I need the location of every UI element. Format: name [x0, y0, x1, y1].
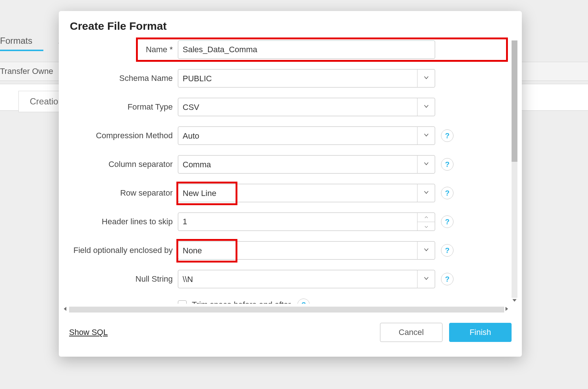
- label-trim-space: Trim space before and after: [192, 300, 291, 304]
- null-string-help-button[interactable]: ?: [441, 273, 453, 285]
- svg-marker-2: [506, 307, 508, 311]
- name-input[interactable]: [178, 40, 435, 59]
- null-string-dropdown-button[interactable]: [417, 270, 435, 288]
- enclosed-by-select[interactable]: None: [178, 241, 435, 260]
- chevron-down-icon: [423, 189, 430, 197]
- label-schema: Schema Name: [59, 74, 178, 83]
- header-skip-help-button[interactable]: ?: [441, 215, 453, 228]
- row-separator-dropdown-button[interactable]: [417, 184, 435, 202]
- enclosed-by-dropdown-button[interactable]: [417, 241, 435, 260]
- compression-help-button[interactable]: ?: [441, 129, 453, 142]
- row-separator-select[interactable]: New Line: [178, 184, 435, 202]
- chevron-down-icon: [423, 275, 430, 283]
- enclosed-by-help-button[interactable]: ?: [441, 244, 453, 257]
- row-trim-space: Trim space before and after ?: [178, 299, 508, 304]
- triangle-right-icon: [505, 306, 509, 313]
- row-null-string: Null String \\N ?: [59, 270, 508, 288]
- modal-title: Create File Format: [59, 11, 522, 37]
- label-format-type: Format Type: [59, 102, 178, 112]
- row-name: Name *: [59, 40, 508, 59]
- vertical-scrollbar-thumb[interactable]: [512, 40, 517, 162]
- chevron-down-icon: [423, 160, 430, 168]
- label-null-string: Null String: [59, 274, 178, 284]
- tab-formats[interactable]: Formats: [0, 32, 43, 51]
- column-separator-dropdown-button[interactable]: [417, 155, 435, 174]
- null-string-select[interactable]: \\N: [178, 270, 435, 288]
- horizontal-scrollbar-right-button[interactable]: [503, 306, 511, 314]
- column-separator-help-button[interactable]: ?: [441, 158, 453, 171]
- label-name: Name *: [59, 45, 178, 54]
- cancel-button[interactable]: Cancel: [380, 323, 442, 342]
- header-skip-spinner: [417, 213, 435, 231]
- row-format-type: Format Type CSV: [59, 98, 508, 116]
- trim-space-help-button[interactable]: ?: [297, 299, 310, 304]
- finish-button[interactable]: Finish: [449, 323, 512, 342]
- row-header-skip: Header lines to skip ?: [59, 213, 508, 231]
- triangle-left-icon: [63, 306, 67, 313]
- triangle-down-icon: [512, 297, 517, 304]
- chevron-down-icon: [423, 132, 430, 140]
- svg-marker-0: [512, 299, 516, 302]
- create-file-format-modal: Create File Format Name * Schema Name PU…: [59, 11, 522, 357]
- label-compression: Compression Method: [59, 131, 178, 140]
- label-enclosed-by: Field optionally enclosed by: [59, 246, 178, 255]
- trim-space-checkbox[interactable]: [178, 300, 187, 304]
- row-enclosed-by: Field optionally enclosed by None ?: [59, 241, 508, 260]
- header-skip-increment[interactable]: [417, 213, 435, 222]
- chevron-down-icon: [423, 74, 430, 82]
- format-type-select[interactable]: CSV: [178, 98, 435, 116]
- format-type-dropdown-button[interactable]: [417, 98, 435, 116]
- row-separator-help-button[interactable]: ?: [441, 187, 453, 199]
- chevron-down-icon: [423, 103, 430, 111]
- form-scroll-area: Name * Schema Name PUBLIC Format Type: [59, 37, 508, 304]
- schema-select[interactable]: PUBLIC: [178, 69, 435, 88]
- compression-dropdown-button[interactable]: [417, 126, 435, 145]
- compression-select[interactable]: Auto: [178, 126, 435, 145]
- svg-marker-1: [64, 307, 67, 311]
- column-separator-select[interactable]: Comma: [178, 155, 435, 174]
- vertical-scrollbar-track[interactable]: [512, 40, 517, 298]
- row-row-separator: Row separator New Line ?: [59, 184, 508, 202]
- header-skip-decrement[interactable]: [417, 222, 435, 231]
- label-header-skip: Header lines to skip: [59, 217, 178, 226]
- show-sql-link[interactable]: Show SQL: [69, 328, 108, 337]
- chevron-up-icon: [424, 214, 429, 220]
- modal-body: Name * Schema Name PUBLIC Format Type: [59, 37, 522, 316]
- background-tabs: Formats S: [0, 31, 64, 51]
- horizontal-scrollbar-track[interactable]: [69, 307, 504, 313]
- horizontal-scrollbar-left-button[interactable]: [61, 306, 69, 314]
- schema-dropdown-button[interactable]: [417, 69, 435, 88]
- modal-footer: Show SQL Cancel Finish: [59, 316, 522, 357]
- chevron-down-icon: [424, 223, 429, 230]
- vertical-scrollbar-down-button[interactable]: [510, 296, 519, 304]
- row-schema: Schema Name PUBLIC: [59, 69, 508, 88]
- label-column-separator: Column separator: [59, 160, 178, 169]
- row-column-separator: Column separator Comma ?: [59, 155, 508, 174]
- transfer-owner-text: Transfer Owne: [0, 67, 53, 76]
- label-row-separator: Row separator: [59, 188, 178, 198]
- row-compression: Compression Method Auto ?: [59, 126, 508, 145]
- chevron-down-icon: [423, 246, 430, 254]
- header-skip-input[interactable]: [178, 213, 435, 231]
